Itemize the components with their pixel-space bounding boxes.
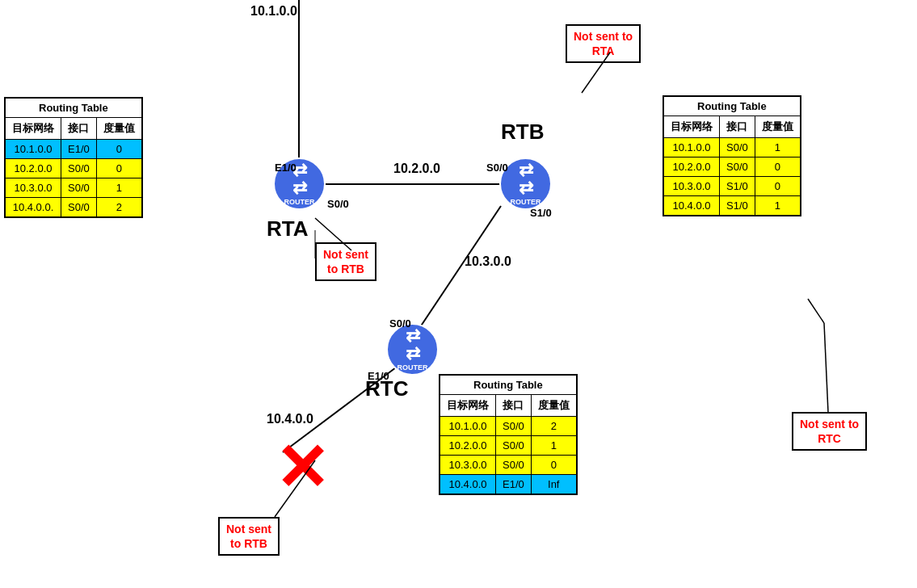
rtb-row3-net: 10.3.0.0: [663, 177, 720, 196]
table-row: 10.1.0.0 S0/0 1: [663, 138, 801, 158]
rtc-header-interface: 接口: [496, 395, 532, 417]
rtc-router-icon: ⇄⇄ ROUTER: [386, 323, 443, 380]
rtc-table-title: Routing Table: [440, 375, 577, 395]
rtc-e1-port: E1/0: [368, 370, 389, 382]
rtc-row2-net: 10.2.0.0: [440, 436, 496, 456]
table-row: 10.3.0.0 S0/0 0: [440, 456, 577, 475]
not-sent-rta: Not sent toRTA: [566, 24, 641, 63]
rta-table-title: Routing Table: [5, 98, 142, 118]
rtc-routing-table: Routing Table 目标网络 接口 度量值 10.1.0.0 S0/0 …: [439, 374, 578, 495]
rtc-row1-met: 2: [531, 417, 577, 436]
rta-row1-int: E1/0: [61, 140, 97, 159]
table-row: 10.2.0.0 S0/0 0: [663, 158, 801, 177]
rtc-router-label: ROUTER: [398, 363, 428, 372]
rta-row4-met: 2: [96, 198, 142, 218]
rta-label: RTA: [267, 216, 309, 242]
rtc-row3-met: 0: [531, 456, 577, 475]
rtb-row1-int: S0/0: [720, 138, 755, 158]
rtb-row4-met: 1: [755, 196, 801, 216]
table-row: 10.3.0.0 S1/0 0: [663, 177, 801, 196]
not-sent-rtc: Not sent toRTC: [792, 412, 867, 451]
red-x-icon: ✕: [275, 436, 329, 501]
rta-s0-port: S0/0: [327, 198, 349, 210]
rta-header-network: 目标网络: [5, 118, 61, 140]
rta-row3-int: S0/0: [61, 178, 97, 198]
rtb-routing-table: Routing Table 目标网络 接口 度量值 10.1.0.0 S0/0 …: [663, 95, 801, 216]
rtc-header-network: 目标网络: [440, 395, 496, 417]
svg-line-9: [808, 299, 824, 323]
rtb-row1-net: 10.1.0.0: [663, 138, 720, 158]
rtb-row1-met: 1: [755, 138, 801, 158]
rtb-row4-int: S1/0: [720, 196, 755, 216]
table-row: 10.2.0.0 S0/0 0: [5, 159, 142, 178]
rtb-s0-port: S0/0: [486, 162, 508, 174]
rtb-row3-int: S1/0: [720, 177, 755, 196]
table-row: 10.4.0.0. S0/0 2: [5, 198, 142, 218]
rtc-row4-net: 10.4.0.0: [440, 475, 496, 495]
table-row: 10.1.0.0 S0/0 2: [440, 417, 577, 436]
rtc-row3-int: S0/0: [496, 456, 532, 475]
not-sent-rtb-2: Not sentto RTB: [218, 517, 280, 556]
rtb-header-interface: 接口: [720, 116, 755, 138]
network-label-1040: 10.4.0.0: [267, 412, 313, 426]
rtc-row1-net: 10.1.0.0: [440, 417, 496, 436]
table-row: 10.2.0.0 S0/0 1: [440, 436, 577, 456]
rtb-header-network: 目标网络: [663, 116, 720, 138]
rtb-router-label: ROUTER: [511, 198, 541, 206]
network-label-1010: 10.1.0.0: [250, 4, 297, 19]
rtb-row4-net: 10.4.0.0: [663, 196, 720, 216]
rtb-row2-met: 0: [755, 158, 801, 177]
svg-line-8: [824, 323, 828, 412]
rtb-table-title: Routing Table: [663, 96, 801, 116]
network-label-1020: 10.2.0.0: [393, 162, 440, 176]
rtb-header-metric: 度量值: [755, 116, 801, 138]
rtb-label: RTB: [501, 120, 544, 145]
rta-header-interface: 接口: [61, 118, 97, 140]
rta-row1-net: 10.1.0.0: [5, 140, 61, 159]
rtb-row2-net: 10.2.0.0: [663, 158, 720, 177]
table-row: 10.4.0.0 S1/0 1: [663, 196, 801, 216]
rtc-s0-port: S0/0: [389, 317, 411, 330]
rtc-row4-met: Inf: [531, 475, 577, 495]
rta-row2-net: 10.2.0.0: [5, 159, 61, 178]
rtc-row4-int: E1/0: [496, 475, 532, 495]
rtc-row2-met: 1: [531, 436, 577, 456]
network-label-1030: 10.3.0.0: [465, 254, 511, 269]
rta-e1-port: E1/0: [275, 162, 297, 174]
table-row: 10.3.0.0 S0/0 1: [5, 178, 142, 198]
rta-header-metric: 度量值: [96, 118, 142, 140]
rta-row1-met: 0: [96, 140, 142, 159]
rtb-router-arrows: ⇄⇄: [511, 162, 541, 197]
rta-routing-table: Routing Table 目标网络 接口 度量值 10.1.0.0 E1/0 …: [4, 97, 143, 218]
rta-router-label: ROUTER: [284, 198, 315, 206]
rtc-row1-int: S0/0: [496, 417, 532, 436]
rtb-row3-met: 0: [755, 177, 801, 196]
rta-row2-int: S0/0: [61, 159, 97, 178]
rta-row4-net: 10.4.0.0.: [5, 198, 61, 218]
rta-row3-net: 10.3.0.0: [5, 178, 61, 198]
table-row: 10.4.0.0 E1/0 Inf: [440, 475, 577, 495]
rtc-row3-net: 10.3.0.0: [440, 456, 496, 475]
rtc-row2-int: S0/0: [496, 436, 532, 456]
rtb-row2-int: S0/0: [720, 158, 755, 177]
rta-row4-int: S0/0: [61, 198, 97, 218]
rtc-header-metric: 度量值: [531, 395, 577, 417]
rtc-router-arrows: ⇄⇄: [398, 327, 428, 363]
rta-row2-met: 0: [96, 159, 142, 178]
table-row: 10.1.0.0 E1/0 0: [5, 140, 142, 159]
rtb-s1-port: S1/0: [530, 207, 552, 219]
rta-row3-met: 1: [96, 178, 142, 198]
svg-line-2: [412, 206, 501, 339]
not-sent-rtb-1: Not sentto RTB: [315, 242, 376, 281]
